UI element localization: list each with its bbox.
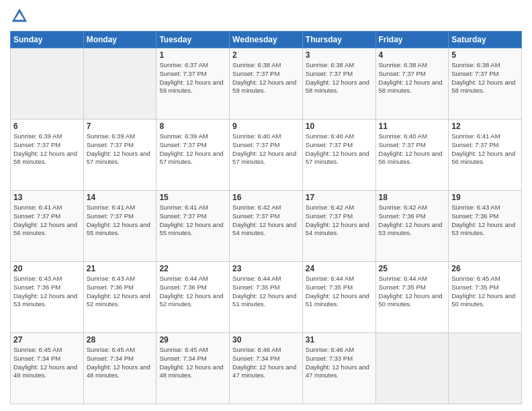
day-info: Sunrise: 6:42 AM Sunset: 7:37 PM Dayligh… [232, 203, 300, 238]
day-number: 7 [87, 122, 154, 131]
day-number: 16 [232, 193, 300, 202]
day-number: 30 [232, 335, 300, 345]
day-number: 4 [379, 50, 446, 60]
day-info: Sunrise: 6:44 AM Sunset: 7:36 PM Dayligh… [159, 275, 226, 309]
calendar-cell: 9Sunrise: 6:40 AM Sunset: 7:37 PM Daylig… [230, 120, 303, 191]
day-number: 8 [159, 122, 226, 131]
day-number: 13 [13, 193, 81, 202]
day-info: Sunrise: 6:38 AM Sunset: 7:37 PM Dayligh… [379, 61, 446, 95]
calendar-cell: 6Sunrise: 6:39 AM Sunset: 7:37 PM Daylig… [11, 120, 84, 191]
day-info: Sunrise: 6:43 AM Sunset: 7:36 PM Dayligh… [13, 275, 81, 309]
day-info: Sunrise: 6:38 AM Sunset: 7:37 PM Dayligh… [232, 61, 300, 95]
calendar-cell: 20Sunrise: 6:43 AM Sunset: 7:36 PM Dayli… [11, 262, 84, 333]
calendar-cell: 19Sunrise: 6:43 AM Sunset: 7:36 PM Dayli… [449, 191, 522, 262]
calendar-cell: 12Sunrise: 6:41 AM Sunset: 7:37 PM Dayli… [449, 120, 522, 191]
day-number: 15 [159, 193, 226, 202]
day-number: 18 [379, 193, 446, 202]
day-info: Sunrise: 6:38 AM Sunset: 7:37 PM Dayligh… [306, 61, 373, 95]
day-info: Sunrise: 6:44 AM Sunset: 7:35 PM Dayligh… [379, 275, 446, 309]
calendar-cell: 18Sunrise: 6:42 AM Sunset: 7:36 PM Dayli… [375, 191, 449, 262]
calendar-cell: 1Sunrise: 6:37 AM Sunset: 7:37 PM Daylig… [157, 48, 230, 120]
calendar-cell: 28Sunrise: 6:45 AM Sunset: 7:34 PM Dayli… [83, 333, 157, 404]
weekday-header-row: SundayMondayTuesdayWednesdayThursdayFrid… [11, 32, 522, 48]
calendar-cell: 25Sunrise: 6:44 AM Sunset: 7:35 PM Dayli… [375, 262, 449, 333]
weekday-header-friday: Friday [375, 32, 449, 48]
day-info: Sunrise: 6:41 AM Sunset: 7:37 PM Dayligh… [13, 203, 81, 238]
calendar-cell: 2Sunrise: 6:38 AM Sunset: 7:37 PM Daylig… [230, 48, 303, 120]
day-info: Sunrise: 6:37 AM Sunset: 7:37 PM Dayligh… [159, 61, 226, 95]
day-number: 19 [451, 193, 519, 202]
calendar-cell [11, 48, 84, 120]
day-number: 5 [451, 50, 519, 60]
day-number: 9 [232, 122, 300, 131]
calendar-cell: 30Sunrise: 6:46 AM Sunset: 7:34 PM Dayli… [230, 333, 303, 404]
calendar-week-5: 27Sunrise: 6:45 AM Sunset: 7:34 PM Dayli… [11, 333, 522, 404]
day-number: 26 [451, 264, 519, 273]
calendar-week-3: 13Sunrise: 6:41 AM Sunset: 7:37 PM Dayli… [11, 191, 522, 262]
day-number: 31 [306, 335, 373, 345]
day-info: Sunrise: 6:44 AM Sunset: 7:35 PM Dayligh… [232, 275, 300, 309]
day-info: Sunrise: 6:39 AM Sunset: 7:37 PM Dayligh… [159, 132, 226, 167]
day-info: Sunrise: 6:45 AM Sunset: 7:34 PM Dayligh… [87, 346, 154, 380]
day-info: Sunrise: 6:45 AM Sunset: 7:34 PM Dayligh… [13, 346, 81, 380]
day-number: 25 [379, 264, 446, 273]
day-number: 17 [306, 193, 373, 202]
day-number: 20 [13, 264, 81, 273]
day-number: 23 [232, 264, 300, 273]
day-number: 27 [13, 335, 81, 345]
logo-icon [10, 7, 29, 26]
weekday-header-monday: Monday [83, 32, 157, 48]
calendar-cell: 7Sunrise: 6:39 AM Sunset: 7:37 PM Daylig… [83, 120, 157, 191]
day-info: Sunrise: 6:46 AM Sunset: 7:33 PM Dayligh… [306, 346, 373, 380]
calendar-header: SundayMondayTuesdayWednesdayThursdayFrid… [11, 32, 522, 48]
calendar-cell [449, 333, 522, 404]
day-info: Sunrise: 6:40 AM Sunset: 7:37 PM Dayligh… [306, 132, 373, 167]
header [10, 7, 522, 26]
calendar-week-2: 6Sunrise: 6:39 AM Sunset: 7:37 PM Daylig… [11, 120, 522, 191]
calendar-cell: 13Sunrise: 6:41 AM Sunset: 7:37 PM Dayli… [11, 191, 84, 262]
day-number: 12 [451, 122, 519, 131]
day-number: 11 [379, 122, 446, 131]
day-info: Sunrise: 6:40 AM Sunset: 7:37 PM Dayligh… [232, 132, 300, 167]
day-number: 21 [87, 264, 154, 273]
calendar-cell: 10Sunrise: 6:40 AM Sunset: 7:37 PM Dayli… [302, 120, 375, 191]
day-info: Sunrise: 6:42 AM Sunset: 7:36 PM Dayligh… [379, 203, 446, 238]
calendar-body: 1Sunrise: 6:37 AM Sunset: 7:37 PM Daylig… [11, 48, 522, 404]
day-number: 29 [159, 335, 226, 345]
calendar-cell: 4Sunrise: 6:38 AM Sunset: 7:37 PM Daylig… [375, 48, 449, 120]
calendar-cell [375, 333, 449, 404]
calendar-cell: 24Sunrise: 6:44 AM Sunset: 7:35 PM Dayli… [302, 262, 375, 333]
calendar-cell: 31Sunrise: 6:46 AM Sunset: 7:33 PM Dayli… [302, 333, 375, 404]
weekday-header-saturday: Saturday [449, 32, 522, 48]
day-info: Sunrise: 6:38 AM Sunset: 7:37 PM Dayligh… [451, 61, 519, 95]
page: SundayMondayTuesdayWednesdayThursdayFrid… [0, 0, 532, 411]
calendar-cell: 23Sunrise: 6:44 AM Sunset: 7:35 PM Dayli… [230, 262, 303, 333]
calendar-cell: 17Sunrise: 6:42 AM Sunset: 7:37 PM Dayli… [302, 191, 375, 262]
calendar-table: SundayMondayTuesdayWednesdayThursdayFrid… [10, 31, 522, 404]
calendar-week-1: 1Sunrise: 6:37 AM Sunset: 7:37 PM Daylig… [11, 48, 522, 120]
day-number: 6 [13, 122, 81, 131]
calendar-cell: 14Sunrise: 6:41 AM Sunset: 7:37 PM Dayli… [83, 191, 157, 262]
day-info: Sunrise: 6:45 AM Sunset: 7:34 PM Dayligh… [159, 346, 226, 380]
day-number: 28 [87, 335, 154, 345]
weekday-header-thursday: Thursday [302, 32, 375, 48]
calendar-cell: 26Sunrise: 6:45 AM Sunset: 7:35 PM Dayli… [449, 262, 522, 333]
calendar-cell: 11Sunrise: 6:40 AM Sunset: 7:37 PM Dayli… [375, 120, 449, 191]
day-info: Sunrise: 6:40 AM Sunset: 7:37 PM Dayligh… [379, 132, 446, 167]
calendar-cell: 21Sunrise: 6:43 AM Sunset: 7:36 PM Dayli… [83, 262, 157, 333]
calendar-cell [83, 48, 157, 120]
calendar-cell: 3Sunrise: 6:38 AM Sunset: 7:37 PM Daylig… [302, 48, 375, 120]
calendar-week-4: 20Sunrise: 6:43 AM Sunset: 7:36 PM Dayli… [11, 262, 522, 333]
day-info: Sunrise: 6:41 AM Sunset: 7:37 PM Dayligh… [159, 203, 226, 238]
day-info: Sunrise: 6:46 AM Sunset: 7:34 PM Dayligh… [232, 346, 300, 380]
day-info: Sunrise: 6:39 AM Sunset: 7:37 PM Dayligh… [13, 132, 81, 167]
day-info: Sunrise: 6:42 AM Sunset: 7:37 PM Dayligh… [306, 203, 373, 238]
weekday-header-wednesday: Wednesday [230, 32, 303, 48]
day-info: Sunrise: 6:45 AM Sunset: 7:35 PM Dayligh… [451, 275, 519, 309]
weekday-header-tuesday: Tuesday [157, 32, 230, 48]
day-info: Sunrise: 6:43 AM Sunset: 7:36 PM Dayligh… [87, 275, 154, 309]
weekday-header-sunday: Sunday [11, 32, 84, 48]
logo [10, 7, 32, 26]
calendar-cell: 16Sunrise: 6:42 AM Sunset: 7:37 PM Dayli… [230, 191, 303, 262]
calendar-cell: 15Sunrise: 6:41 AM Sunset: 7:37 PM Dayli… [157, 191, 230, 262]
